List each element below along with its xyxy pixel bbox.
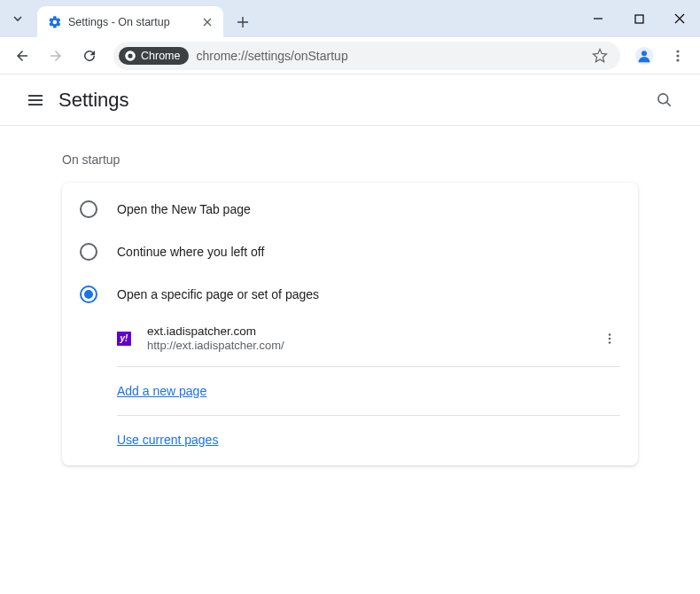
radio-option-specific[interactable]: Open a specific page or set of pages — [62, 273, 638, 316]
reload-button[interactable] — [74, 41, 105, 71]
svg-point-8 — [658, 93, 668, 103]
site-chip: Chrome — [119, 47, 189, 65]
add-page-link[interactable]: Add a new page — [117, 384, 206, 398]
favicon-icon: y! — [117, 332, 131, 346]
profile-button[interactable] — [629, 41, 659, 71]
browser-toolbar: Chrome chrome://settings/onStartup — [0, 37, 700, 74]
divider — [117, 415, 620, 416]
startup-page-title: ext.iadispatcher.com — [147, 324, 599, 338]
tab-search-button[interactable] — [7, 8, 28, 29]
address-bar[interactable]: Chrome chrome://settings/onStartup — [113, 42, 620, 70]
chip-label: Chrome — [141, 50, 180, 62]
search-icon[interactable] — [647, 91, 682, 109]
radio-option-newtab[interactable]: Open the New Tab page — [62, 188, 638, 231]
tab-title: Settings - On startup — [68, 16, 200, 28]
startup-card: Open the New Tab page Continue where you… — [62, 183, 638, 465]
more-options-icon[interactable] — [599, 332, 620, 345]
close-window-button[interactable] — [659, 0, 700, 37]
radio-label: Open the New Tab page — [117, 202, 251, 216]
radio-label: Continue where you left off — [117, 245, 264, 259]
svg-point-10 — [609, 337, 611, 340]
star-icon[interactable] — [592, 48, 608, 64]
svg-point-2 — [128, 53, 132, 58]
svg-rect-0 — [635, 15, 643, 23]
minimize-button[interactable] — [578, 0, 618, 37]
radio-icon — [80, 200, 97, 218]
new-tab-button[interactable] — [230, 10, 255, 35]
browser-tab[interactable]: Settings - On startup — [37, 6, 223, 37]
divider — [117, 366, 620, 367]
startup-page-row: y! ext.iadispatcher.com http://ext.iadis… — [117, 316, 620, 361]
url-text: chrome://settings/onStartup — [196, 49, 347, 63]
gear-icon — [48, 15, 62, 29]
settings-header: Settings — [0, 74, 700, 126]
radio-option-continue[interactable]: Continue where you left off — [62, 231, 638, 273]
page-title: Settings — [58, 89, 129, 112]
menu-button[interactable] — [663, 41, 693, 71]
hamburger-menu[interactable] — [18, 91, 53, 109]
svg-point-6 — [676, 54, 679, 57]
window-titlebar: Settings - On startup — [0, 0, 700, 37]
svg-point-7 — [676, 59, 679, 61]
startup-page-url: http://ext.iadispatcher.com/ — [147, 339, 599, 352]
forward-button[interactable] — [41, 41, 71, 71]
use-current-pages-link[interactable]: Use current pages — [117, 433, 218, 447]
close-icon[interactable] — [200, 15, 214, 29]
back-button[interactable] — [7, 41, 37, 71]
radio-icon — [80, 285, 97, 303]
content-area: On startup Open the New Tab page Continu… — [0, 126, 700, 465]
svg-point-11 — [609, 341, 611, 344]
svg-point-4 — [642, 51, 647, 56]
svg-point-5 — [676, 50, 679, 52]
maximize-button[interactable] — [618, 0, 659, 37]
svg-point-9 — [609, 333, 611, 336]
radio-label: Open a specific page or set of pages — [117, 287, 319, 301]
radio-icon — [80, 243, 97, 261]
section-title: On startup — [62, 152, 638, 167]
